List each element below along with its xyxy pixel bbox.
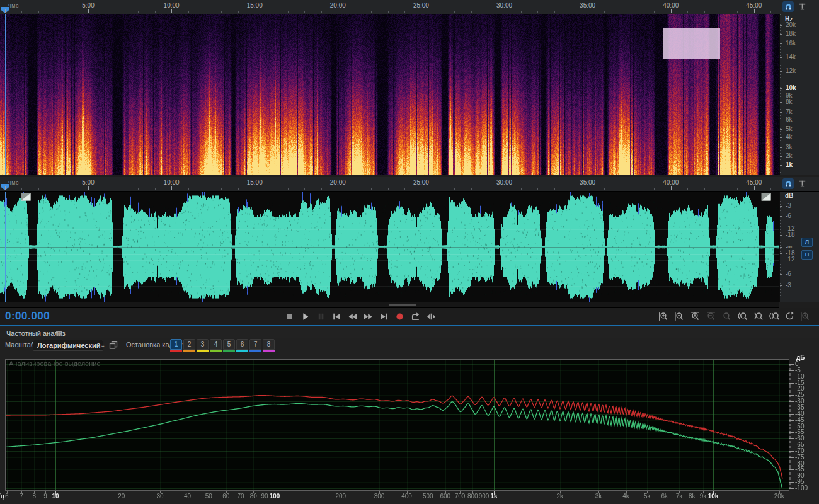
ruler-tick bbox=[171, 186, 172, 190]
ruler-tick bbox=[304, 11, 305, 13]
waveform-canvas[interactable] bbox=[0, 192, 779, 302]
frequency-tick bbox=[780, 102, 782, 103]
snap-magnet-icon[interactable] bbox=[782, 1, 794, 12]
move-cti-next-button[interactable] bbox=[377, 310, 391, 323]
zoom-full-button[interactable] bbox=[799, 310, 812, 323]
analysis-x-tick-label: 10 bbox=[45, 493, 66, 500]
scan-hold-button-7[interactable]: 7 bbox=[249, 339, 261, 352]
zoom-out-full-button[interactable] bbox=[720, 310, 733, 323]
frequency-tick bbox=[780, 25, 782, 26]
frequency-tick-label: 8k bbox=[786, 99, 793, 105]
scale-dropdown[interactable]: Логарифмический ⌄ bbox=[33, 340, 103, 351]
frequency-tick bbox=[780, 88, 782, 89]
analysis-x-tick-label: 200 bbox=[330, 493, 352, 500]
audition-waveform-editor: чмс 5:0010:0015:0020:0025:0030:0035:0040… bbox=[0, 0, 819, 504]
frequency-tick bbox=[780, 96, 782, 96]
analysis-x-tick-label: 4k bbox=[616, 493, 637, 500]
snap-magnet-icon[interactable] bbox=[782, 178, 794, 189]
frequency-tick-label: 20k bbox=[786, 22, 796, 28]
scan-hold-button-1[interactable]: 1 bbox=[170, 339, 182, 352]
restore-default-zoom-button[interactable] bbox=[783, 310, 796, 323]
stop-button[interactable] bbox=[283, 310, 296, 323]
loop-playback-button[interactable] bbox=[409, 310, 422, 323]
ruler-tick bbox=[521, 188, 522, 190]
marker-pin-icon[interactable] bbox=[796, 1, 808, 12]
amplitude-tick-label: -6 bbox=[786, 271, 791, 277]
ruler-tick bbox=[588, 9, 588, 13]
marker-pin-icon[interactable] bbox=[796, 178, 808, 189]
ruler-tick bbox=[38, 11, 39, 13]
time-label: 15:00 bbox=[247, 179, 263, 186]
channel-left-button[interactable]: Л bbox=[801, 238, 813, 247]
channel-right-button[interactable]: П bbox=[801, 250, 813, 260]
rewind-button[interactable] bbox=[346, 310, 359, 323]
zoom-in-at-out-point-button[interactable] bbox=[752, 310, 765, 323]
time-label: 10:00 bbox=[164, 2, 180, 9]
scan-hold-button-2[interactable]: 2 bbox=[183, 339, 195, 352]
ruler-tick bbox=[321, 11, 322, 13]
zoom-out-time-button[interactable] bbox=[704, 310, 718, 323]
waveform-corner-widget-icon[interactable] bbox=[761, 193, 771, 201]
zoom-in-at-in-point-button[interactable] bbox=[736, 310, 749, 323]
amplitude-tick bbox=[780, 206, 782, 207]
scan-hold-color-bar bbox=[197, 350, 209, 352]
frequency-analysis-panel-header[interactable]: Частотный анализ bbox=[0, 325, 819, 340]
ruler-tick bbox=[537, 11, 538, 13]
ruler-tick bbox=[521, 11, 522, 13]
waveform-corner-widget-icon[interactable] bbox=[21, 193, 31, 201]
frequency-tick bbox=[780, 137, 782, 138]
scan-hold-button-5[interactable]: 5 bbox=[223, 339, 235, 352]
move-cti-previous-button[interactable] bbox=[330, 310, 343, 323]
pause-button[interactable] bbox=[314, 310, 328, 323]
fast-forward-button[interactable] bbox=[362, 310, 375, 323]
record-button[interactable] bbox=[393, 310, 406, 323]
ruler-tick bbox=[371, 188, 372, 190]
ruler-tick bbox=[221, 11, 222, 13]
scan-hold-button-3[interactable]: 3 bbox=[197, 339, 209, 352]
ruler-tick bbox=[754, 9, 755, 13]
skip-selection-button[interactable] bbox=[425, 310, 438, 323]
ruler-tick bbox=[471, 11, 472, 13]
ruler-tick bbox=[138, 188, 139, 190]
spectrogram-timeline-ruler[interactable]: чмс 5:0010:0015:0020:0025:0030:0035:0040… bbox=[0, 0, 819, 14]
spectrogram-canvas[interactable] bbox=[0, 14, 779, 175]
scrollbar-handle[interactable] bbox=[389, 304, 416, 306]
waveform-zoom-scrollbar[interactable] bbox=[0, 302, 779, 308]
time-label: 10:00 bbox=[164, 179, 180, 186]
amplitude-tick-label: -6 bbox=[786, 213, 791, 219]
amplitude-tick-label: -3 bbox=[786, 203, 791, 209]
frequency-tick-label: 3k bbox=[786, 144, 793, 151]
waveform-timeline-ruler[interactable]: чмс 5:0010:0015:0020:0025:0030:0035:0040… bbox=[0, 177, 819, 192]
frequency-tick-label: 10k bbox=[786, 85, 796, 91]
zoom-to-selection-button[interactable] bbox=[767, 310, 781, 323]
time-label: 20:00 bbox=[330, 2, 346, 9]
zoom-out-amplitude-button[interactable] bbox=[673, 310, 686, 323]
ruler-tick bbox=[404, 11, 405, 13]
panel-menu-icon[interactable] bbox=[55, 329, 63, 338]
ruler-tick bbox=[105, 11, 105, 13]
ruler-tick bbox=[155, 188, 156, 190]
play-button[interactable] bbox=[299, 310, 312, 323]
analysis-yaxis-unit: дБ bbox=[796, 355, 819, 361]
frequency-analysis-plot[interactable] bbox=[0, 355, 819, 504]
scan-hold-button-4[interactable]: 4 bbox=[210, 339, 222, 352]
time-display[interactable]: 0:00.000 bbox=[5, 310, 50, 323]
scan-hold-color-bar bbox=[223, 350, 235, 352]
frequency-tick-label: 4k bbox=[786, 134, 793, 140]
amplitude-tick bbox=[780, 216, 782, 217]
ruler-tick bbox=[554, 11, 555, 13]
ruler-tick bbox=[304, 188, 305, 190]
analysis-x-tick-label: 10k bbox=[702, 493, 724, 500]
amplitude-tick-label: -3 bbox=[786, 282, 791, 289]
ruler-tick bbox=[671, 9, 672, 13]
ruler-tick bbox=[654, 11, 655, 13]
playhead-line-waveform bbox=[5, 192, 6, 302]
time-label: 5:00 bbox=[82, 179, 94, 186]
ruler-tick bbox=[238, 188, 239, 190]
zoom-in-amplitude-button[interactable] bbox=[657, 310, 670, 323]
scan-hold-button-8[interactable]: 8 bbox=[263, 339, 275, 352]
scan-hold-button-6[interactable]: 6 bbox=[236, 339, 248, 352]
copy-graph-button[interactable] bbox=[108, 340, 118, 350]
frequency-tick bbox=[780, 165, 782, 166]
zoom-in-time-button[interactable] bbox=[689, 310, 702, 323]
